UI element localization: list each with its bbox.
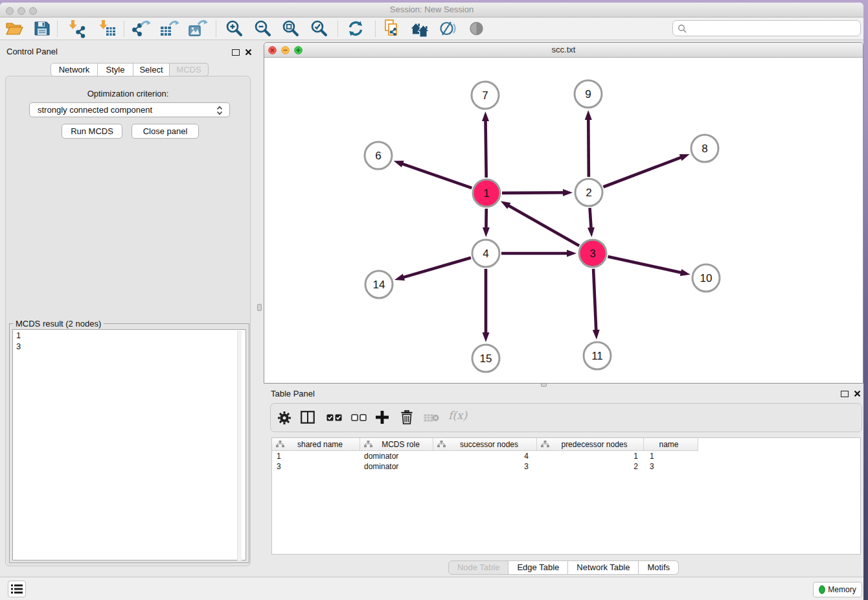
optimization-label: Optimization criterion: bbox=[5, 89, 251, 98]
window-zoom-button[interactable] bbox=[29, 7, 37, 15]
select-all-icon[interactable] bbox=[326, 414, 342, 421]
delete-column-icon[interactable] bbox=[400, 410, 413, 424]
zoom-fit-icon[interactable] bbox=[280, 18, 301, 39]
table-cell[interactable]: 1 bbox=[272, 451, 360, 461]
control-tab-style[interactable]: Style bbox=[98, 63, 133, 76]
add-column-icon[interactable] bbox=[375, 410, 389, 424]
table-panel-close-button[interactable] bbox=[854, 390, 861, 397]
export-network-icon[interactable] bbox=[131, 18, 152, 39]
zoom-selected-icon[interactable] bbox=[309, 18, 330, 39]
network-close-button[interactable] bbox=[268, 46, 277, 54]
mcds-result-list[interactable]: 13 bbox=[12, 329, 246, 560]
graph-edge-1-7[interactable] bbox=[485, 119, 486, 178]
table-tab-node-table[interactable]: Node Table bbox=[448, 560, 509, 575]
graph-edge-3-1[interactable] bbox=[507, 205, 579, 246]
column-header-MCDS-role[interactable]: MCDS role bbox=[360, 438, 433, 451]
run-mcds-button[interactable]: Run MCDS bbox=[62, 124, 122, 139]
table-tab-motifs[interactable]: Motifs bbox=[639, 560, 679, 575]
network-minimize-button[interactable] bbox=[281, 46, 290, 54]
graph-node-label: 15 bbox=[480, 352, 492, 365]
select-stepper-icon bbox=[216, 106, 223, 115]
graph-edge-1-2[interactable] bbox=[502, 192, 565, 193]
memory-status-icon bbox=[819, 585, 825, 594]
table-cell[interactable]: 4 bbox=[433, 451, 537, 461]
table-cell[interactable]: 3 bbox=[272, 461, 360, 472]
task-history-button[interactable] bbox=[8, 581, 26, 597]
show-graphics-icon[interactable] bbox=[467, 18, 488, 39]
mcds-result-item[interactable]: 3 bbox=[13, 341, 246, 352]
column-header-successor-nodes[interactable]: successor nodes bbox=[433, 438, 537, 451]
table-cell[interactable]: 1 bbox=[537, 451, 644, 461]
delete-table-icon[interactable] bbox=[424, 413, 439, 422]
window-title: Session: New Session bbox=[0, 3, 863, 17]
column-header-name[interactable]: name bbox=[644, 438, 698, 451]
vertical-divider-handle[interactable] bbox=[257, 304, 262, 311]
graph-edge-arrowhead bbox=[394, 274, 405, 281]
export-table-icon[interactable] bbox=[159, 18, 179, 39]
export-image-icon[interactable] bbox=[187, 18, 208, 39]
table-tab-edge-table[interactable]: Edge Table bbox=[508, 560, 568, 575]
save-session-icon[interactable] bbox=[32, 18, 52, 39]
table-row[interactable]: 3dominator323 bbox=[272, 461, 860, 472]
home-icon[interactable] bbox=[409, 18, 430, 39]
table-cell[interactable]: 3 bbox=[433, 461, 537, 472]
table-tab-network-table[interactable]: Network Table bbox=[568, 560, 639, 575]
window-close-button[interactable] bbox=[6, 7, 14, 15]
control-panel-float-button[interactable] bbox=[232, 49, 240, 56]
network-zoom-button[interactable] bbox=[294, 46, 303, 54]
hierarchy-icon bbox=[437, 441, 446, 448]
table-cell[interactable]: 3 bbox=[644, 461, 698, 472]
zoom-in-icon[interactable] bbox=[224, 18, 245, 39]
import-table-icon[interactable] bbox=[97, 18, 117, 39]
table-panel-float-button[interactable] bbox=[841, 391, 849, 397]
graph-edge-1-6[interactable] bbox=[401, 163, 472, 188]
function-builder-button[interactable]: f(x) bbox=[448, 409, 467, 422]
hide-graphics-icon[interactable] bbox=[438, 18, 459, 39]
import-network-icon[interactable] bbox=[66, 18, 87, 39]
network-window-titlebar: scc.txt bbox=[264, 43, 863, 58]
control-tab-network[interactable]: Network bbox=[51, 63, 98, 76]
window-minimize-button[interactable] bbox=[17, 7, 25, 15]
control-panel-close-button[interactable] bbox=[245, 49, 252, 56]
table-panel-tabs: Node TableEdge TableNetwork TableMotifs bbox=[264, 560, 863, 575]
graph-edge-2-3[interactable] bbox=[590, 208, 591, 229]
table-cell[interactable]: 2 bbox=[537, 461, 644, 472]
node-table: shared nameMCDS rolesuccessor nodesprede… bbox=[271, 437, 861, 555]
refresh-icon[interactable] bbox=[345, 18, 366, 39]
graph-node-label: 3 bbox=[589, 248, 595, 260]
table-cell[interactable]: dominator bbox=[360, 461, 433, 472]
column-panel-icon[interactable] bbox=[301, 411, 315, 424]
graph-edge-arrowhead bbox=[585, 110, 592, 120]
graph-edge-2-9[interactable] bbox=[588, 118, 589, 177]
close-panel-button[interactable]: Close panel bbox=[131, 124, 199, 139]
table-row[interactable]: 1dominator411 bbox=[272, 451, 860, 461]
graph-canvas[interactable]: 1234678910111415 bbox=[264, 58, 863, 383]
column-header-predecessor-nodes[interactable]: predecessor nodes bbox=[537, 438, 644, 451]
graph-edge-3-10[interactable] bbox=[608, 257, 682, 273]
table-settings-icon[interactable] bbox=[277, 411, 291, 425]
result-scrollbar[interactable] bbox=[237, 330, 242, 560]
table-panel-title: Table Panel bbox=[271, 389, 315, 398]
open-session-icon[interactable] bbox=[4, 18, 25, 39]
graph-edge-2-8[interactable] bbox=[603, 157, 682, 187]
search-input[interactable] bbox=[672, 20, 861, 36]
column-header-shared-name[interactable]: shared name bbox=[272, 438, 360, 451]
mcds-result-item[interactable]: 1 bbox=[13, 330, 246, 341]
clone-network-icon[interactable] bbox=[381, 18, 402, 39]
control-tab-mcds[interactable]: MCDS bbox=[170, 63, 209, 76]
optimization-select[interactable]: strongly connected component bbox=[29, 102, 230, 117]
graph-edge-4-14[interactable] bbox=[402, 258, 471, 278]
deselect-all-icon[interactable] bbox=[351, 414, 367, 421]
graph-node-label: 2 bbox=[586, 187, 591, 199]
table-cell[interactable]: dominator bbox=[360, 451, 433, 461]
table-cell[interactable]: 1 bbox=[644, 451, 698, 461]
control-panel-title: Control Panel bbox=[6, 47, 58, 56]
control-panel-tabs: NetworkStyleSelectMCDS bbox=[51, 63, 209, 76]
hierarchy-icon bbox=[541, 441, 549, 448]
zoom-out-icon[interactable] bbox=[253, 18, 273, 39]
control-tab-select[interactable]: Select bbox=[133, 63, 170, 76]
mcds-result-title: MCDS result (2 nodes) bbox=[13, 319, 104, 329]
graph-edge-3-11[interactable] bbox=[593, 269, 596, 332]
graph-edge-arrowhead bbox=[563, 189, 573, 196]
memory-button[interactable]: Memory bbox=[813, 582, 862, 597]
